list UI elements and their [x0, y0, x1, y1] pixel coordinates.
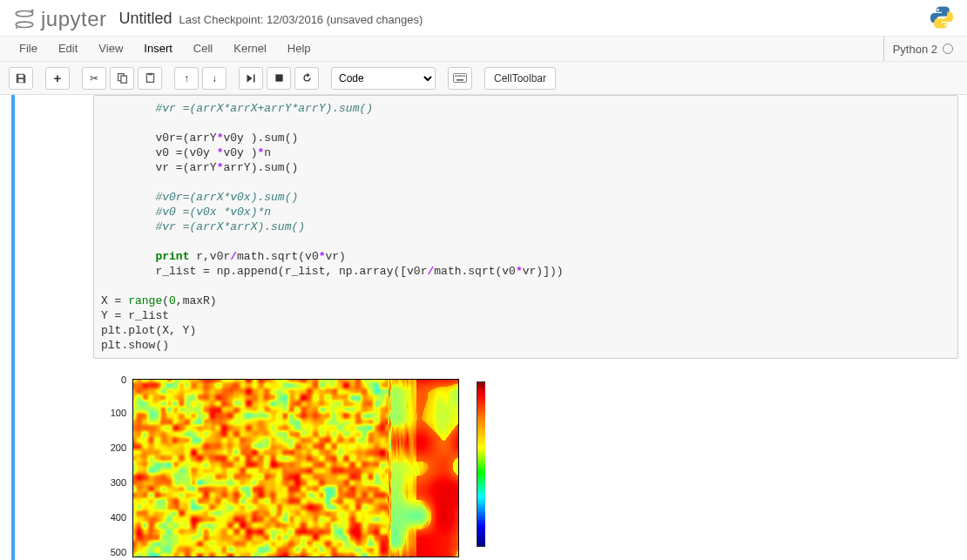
svg-rect-11 [454, 73, 467, 82]
paste-icon [145, 72, 156, 84]
jupyter-planet-icon [12, 7, 37, 31]
svg-rect-16 [463, 75, 465, 77]
python-logo [929, 4, 955, 33]
copy-button[interactable] [110, 67, 134, 90]
menu-kernel[interactable]: Kernel [223, 37, 277, 61]
y-tick: 300 [100, 477, 126, 488]
jupyter-logo: jupyter [12, 7, 107, 31]
svg-rect-15 [462, 75, 463, 77]
menu-file[interactable]: File [9, 37, 48, 61]
colorbar-gradient [477, 381, 485, 547]
menubar: File Edit View Insert Cell Kernel Help P… [0, 36, 967, 62]
kernel-indicator: Python 2 [883, 37, 958, 61]
svg-rect-17 [456, 79, 463, 81]
toolbar: + ✂ ↑ ↓ Code [0, 62, 967, 95]
svg-point-3 [16, 26, 17, 28]
move-up-button[interactable]: ↑ [174, 67, 199, 90]
code-content: #vr =(arrX*arrX+arrY*arrY).sum() v0r=(ar… [101, 102, 564, 352]
copy-icon [117, 72, 128, 84]
kernel-idle-icon [943, 44, 953, 54]
move-down-button[interactable]: ↓ [202, 67, 227, 90]
cell-output: 0 100 200 300 400 500 5.6 4.8 4 3.2 2.4 [93, 359, 958, 560]
y-tick: 400 [100, 512, 126, 523]
menu-view[interactable]: View [88, 37, 133, 61]
checkpoint-text: Last Checkpoint: 12/03/2016 (unsaved cha… [179, 13, 423, 26]
step-forward-icon [246, 73, 256, 84]
command-palette-button[interactable] [448, 67, 472, 90]
menu-cell[interactable]: Cell [183, 37, 223, 61]
save-button[interactable] [9, 67, 33, 90]
plus-icon: + [54, 71, 62, 85]
stop-button[interactable] [267, 67, 291, 90]
heatmap-image [132, 379, 459, 557]
svg-rect-9 [148, 73, 152, 75]
svg-point-4 [937, 9, 939, 11]
code-cell[interactable]: #vr =(arrX*arrX+arrY*arrY).sum() v0r=(ar… [11, 95, 958, 560]
stop-icon [274, 73, 284, 83]
cut-button[interactable]: ✂ [82, 67, 106, 90]
restart-button[interactable] [294, 67, 319, 90]
svg-point-2 [31, 9, 34, 11]
svg-point-1 [16, 22, 33, 27]
kernel-name: Python 2 [893, 43, 937, 56]
heatmap-plot: 0 100 200 300 400 500 5.6 4.8 4 3.2 2.4 [93, 374, 485, 560]
menu-edit[interactable]: Edit [48, 37, 88, 61]
add-cell-button[interactable]: + [45, 67, 70, 90]
svg-rect-10 [275, 74, 282, 81]
svg-rect-12 [456, 75, 457, 77]
svg-point-5 [944, 24, 947, 27]
y-tick: 0 [100, 374, 126, 385]
colorbar: 5.6 4.8 4 3.2 2.4 [477, 381, 485, 547]
restart-icon [301, 72, 313, 84]
arrow-up-icon: ↑ [184, 72, 189, 84]
input-prompt [15, 95, 93, 560]
logo-text: jupyter [41, 7, 107, 31]
arrow-down-icon: ↓ [212, 72, 217, 84]
menu-help[interactable]: Help [277, 37, 321, 61]
notebook-area: #vr =(arrX*arrX+arrY*arrY).sum() v0r=(ar… [0, 95, 967, 560]
y-tick: 100 [100, 408, 126, 418]
svg-rect-13 [457, 75, 459, 77]
y-tick: 200 [100, 442, 126, 453]
svg-point-0 [16, 10, 33, 16]
y-tick: 500 [100, 547, 126, 557]
paste-button[interactable] [138, 67, 162, 90]
keyboard-icon [453, 73, 467, 83]
menu-insert[interactable]: Insert [133, 37, 183, 61]
svg-rect-14 [459, 75, 461, 77]
save-icon [15, 72, 27, 84]
celltoolbar-button[interactable]: CellToolbar [484, 67, 556, 90]
svg-rect-7 [120, 76, 126, 83]
header: jupyter Untitled Last Checkpoint: 12/03/… [0, 0, 967, 36]
cut-icon: ✂ [90, 72, 98, 84]
code-input[interactable]: #vr =(arrX*arrX+arrY*arrY).sum() v0r=(ar… [93, 95, 958, 359]
run-button[interactable] [239, 67, 263, 90]
notebook-title[interactable]: Untitled [119, 10, 172, 28]
celltype-select[interactable]: Code [331, 67, 436, 90]
